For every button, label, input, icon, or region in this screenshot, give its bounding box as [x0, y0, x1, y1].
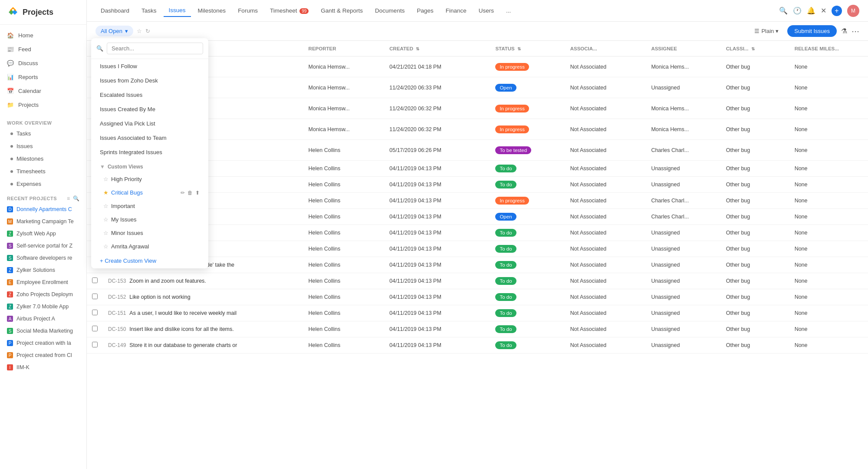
dropdown-standard-item[interactable]: Issues Associated to Team [91, 131, 208, 145]
sidebar-item-reports[interactable]: 📊 Reports [0, 70, 86, 84]
custom-view-action-icon[interactable]: ✏ [181, 190, 185, 196]
recent-project-zylsoft[interactable]: Z Zylsoft Web App [0, 228, 86, 240]
bell-icon[interactable]: 🔔 [807, 7, 815, 15]
more-options-icon[interactable]: ⋯ [852, 26, 859, 36]
recent-project-zylker-mobile[interactable]: Z Zylker 7.0 Mobile App [0, 301, 86, 313]
nav-more[interactable]: ... [501, 5, 516, 17]
create-custom-view-button[interactable]: + Create Custom View [91, 253, 208, 268]
dropdown-standard-item[interactable]: Escalated Issues [91, 88, 208, 102]
custom-view-star-icon[interactable]: ☆ [103, 216, 108, 223]
issue-title[interactable]: Like option is not working [129, 294, 190, 300]
assoc-header[interactable]: ASSOCIA... [565, 41, 646, 56]
custom-view-star-icon[interactable]: ☆ [103, 203, 108, 209]
issue-title[interactable]: Zoom in and zoom out features. [129, 278, 206, 284]
dropdown-custom-view-item[interactable]: ☆High Priority [91, 172, 208, 186]
recent-project-iimk[interactable]: I IIM-K [0, 361, 86, 373]
dropdown-standard-item[interactable]: Issues I Follow [91, 59, 208, 73]
row-checkbox[interactable] [92, 277, 98, 283]
star-icon[interactable]: ☆ [137, 28, 142, 34]
recent-project-zylker[interactable]: Z Zylker Solutions [0, 264, 86, 276]
row-classification: Other bug [721, 98, 789, 119]
assignee-header[interactable]: ASSIGNEE [646, 41, 720, 56]
nav-dashboard[interactable]: Dashboard [95, 5, 135, 17]
sidebar-item-home[interactable]: 🏠 Home [0, 28, 86, 42]
nav-forums[interactable]: Forums [233, 5, 263, 17]
custom-view-action-icon[interactable]: ⬆ [195, 190, 200, 196]
all-open-button[interactable]: All Open ▾ [95, 26, 133, 36]
submit-issues-button[interactable]: Submit Issues [787, 25, 837, 37]
clock-icon[interactable]: 🕐 [793, 7, 802, 15]
dropdown-standard-item[interactable]: Issues Created By Me [91, 102, 208, 116]
recent-project-donnelly[interactable]: D Donnelly Apartments C [0, 203, 86, 215]
sidebar-work-issues[interactable]: Issues [0, 140, 86, 152]
custom-view-star-icon[interactable]: ☆ [103, 230, 108, 236]
row-release: None [789, 321, 868, 337]
nav-pages[interactable]: Pages [411, 5, 438, 17]
custom-view-star-icon[interactable]: ☆ [103, 176, 108, 182]
sidebar-item-projects[interactable]: 📁 Projects [0, 98, 86, 112]
dropdown-custom-view-item[interactable]: ☆Amrita Agrawal [91, 240, 208, 253]
search-icon[interactable]: 🔍 [779, 7, 788, 15]
dropdown-standard-item[interactable]: Assigned Via Pick List [91, 116, 208, 131]
dropdown-custom-view-item[interactable]: ☆Important [91, 199, 208, 213]
nav-issues[interactable]: Issues [164, 4, 191, 17]
recent-project-selfservice[interactable]: S Self-service portal for Z [0, 240, 86, 252]
recent-project-creation[interactable]: P Project creation with la [0, 337, 86, 349]
issue-title[interactable]: Store it in our database to generate cha… [129, 342, 237, 348]
sidebar-work-tasks[interactable]: Tasks [0, 127, 86, 140]
nav-gantt[interactable]: Gantt & Reports [316, 5, 368, 17]
row-checkbox[interactable] [92, 326, 98, 331]
nav-users[interactable]: Users [473, 5, 499, 17]
collapse-icon[interactable]: ▼ [100, 164, 105, 170]
timesheets-dot [10, 170, 13, 173]
nav-timesheet[interactable]: Timesheet 99 [265, 5, 314, 17]
row-checkbox[interactable] [92, 310, 98, 315]
add-icon[interactable]: + [832, 6, 842, 16]
classif-header[interactable]: CLASSI... ⇅ [721, 41, 789, 56]
reporter-header[interactable]: REPORTER [303, 41, 385, 56]
dropdown-standard-item[interactable]: Issues from Zoho Desk [91, 73, 208, 88]
close-icon[interactable]: ✕ [821, 7, 826, 15]
sidebar-item-discuss[interactable]: 💬 Discuss [0, 56, 86, 70]
sidebar-work-milestones[interactable]: Milestones [0, 152, 86, 165]
recent-project-social[interactable]: S Social Media Marketing [0, 325, 86, 337]
sidebar-work-expenses[interactable]: Expenses [0, 178, 86, 190]
custom-view-star-icon[interactable]: ☆ [103, 243, 108, 250]
dropdown-custom-view-item[interactable]: ☆Minor Issues [91, 226, 208, 240]
recent-project-employee[interactable]: E Employee Enrollment [0, 276, 86, 288]
row-reporter: Monica Hemsw... [303, 56, 385, 77]
recent-project-marketing[interactable]: M Marketing Campaign Te [0, 215, 86, 228]
sidebar-work-timesheets[interactable]: Timesheets [0, 165, 86, 178]
refresh-icon[interactable]: ↻ [145, 28, 150, 34]
issue-title[interactable]: Insert like and dislike icons for all th… [129, 326, 233, 332]
filter-icon[interactable]: ⚗ [841, 27, 847, 35]
custom-view-star-icon[interactable]: ★ [103, 189, 108, 196]
dropdown-custom-view-item[interactable]: ☆My Issues [91, 213, 208, 226]
custom-view-action-icon[interactable]: 🗑 [187, 190, 193, 196]
issue-title[interactable]: As a user, I would like to receive weekl… [129, 310, 237, 316]
recent-project-software[interactable]: S Software developers re [0, 252, 86, 264]
recent-projects-settings-icon[interactable]: ≡ [67, 195, 70, 201]
row-checkbox[interactable] [92, 342, 98, 347]
plain-view-button[interactable]: ☰ Plain ▾ [750, 26, 783, 36]
nav-milestones[interactable]: Milestones [193, 5, 231, 17]
nav-finance[interactable]: Finance [441, 5, 472, 17]
recent-project-zoho[interactable]: Z Zoho Projects Deploym [0, 288, 86, 301]
dropdown-custom-view-item[interactable]: ★Critical Bugs✏🗑⬆ [91, 186, 208, 199]
recent-project-airbus[interactable]: A Airbus Project A [0, 313, 86, 325]
nav-tasks[interactable]: Tasks [136, 5, 162, 17]
sidebar-item-feed[interactable]: 📰 Feed [0, 42, 86, 56]
created-header[interactable]: CREATED ⇅ [384, 41, 490, 56]
sidebar-item-calendar[interactable]: 📅 Calendar [0, 84, 86, 98]
status-header[interactable]: STATUS ⇅ [490, 41, 565, 56]
avatar[interactable]: M [847, 5, 859, 17]
recent-project-created-from[interactable]: P Project created from Cl [0, 349, 86, 361]
row-checkbox[interactable] [92, 294, 98, 299]
nav-documents[interactable]: Documents [370, 5, 410, 17]
row-release: None [789, 119, 868, 140]
recent-projects-search-icon[interactable]: 🔍 [73, 195, 80, 201]
dropdown-search-input[interactable] [107, 43, 203, 54]
status-badge: To do [495, 341, 516, 349]
release-header[interactable]: RELEASE MILES... [789, 41, 868, 56]
dropdown-standard-item[interactable]: Sprints Integrated Issues [91, 145, 208, 159]
